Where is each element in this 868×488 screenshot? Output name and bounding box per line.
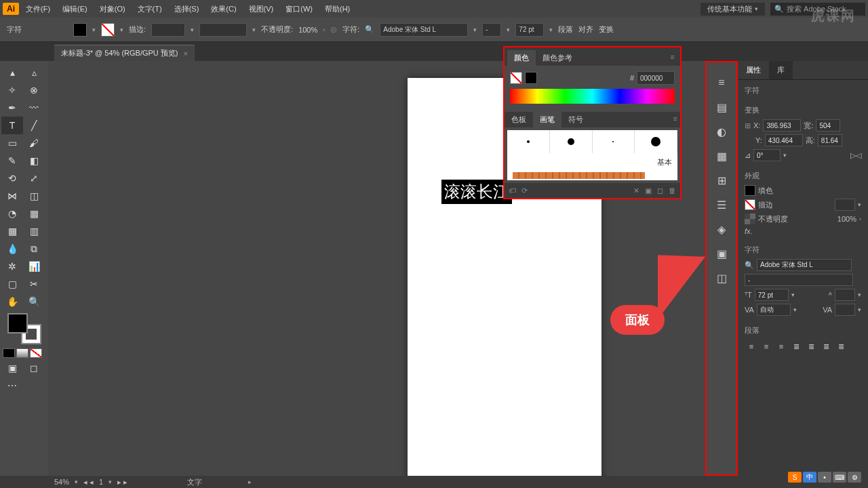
artboard-tool[interactable]: ▢ bbox=[1, 275, 23, 293]
text-object[interactable]: 滚滚长江 bbox=[441, 180, 512, 204]
brush-libraries-icon[interactable]: 🏷 bbox=[509, 186, 516, 195]
blend-tool[interactable]: ⧉ bbox=[23, 240, 45, 258]
color-spectrum[interactable] bbox=[510, 89, 675, 104]
direct-selection-tool[interactable]: ▵ bbox=[23, 64, 45, 81]
document-tab[interactable]: 未标题-3* @ 54% (RGB/GPU 预览) × bbox=[54, 45, 195, 61]
justify-left[interactable]: ≣ bbox=[789, 340, 803, 353]
menu-object[interactable]: 对象(O) bbox=[94, 3, 131, 16]
font-family-field[interactable] bbox=[757, 259, 852, 271]
menu-view[interactable]: 视图(V) bbox=[243, 3, 279, 16]
new-brush-icon[interactable]: ▣ bbox=[645, 186, 652, 195]
rectangle-tool[interactable]: ▭ bbox=[1, 134, 23, 152]
eraser-tool[interactable]: ◧ bbox=[23, 152, 45, 169]
x-field[interactable] bbox=[763, 119, 801, 131]
stroke-weight[interactable] bbox=[151, 23, 185, 37]
new-brush2-icon[interactable]: ◻ bbox=[657, 186, 663, 195]
screen-mode-normal[interactable]: ▣ bbox=[1, 359, 23, 377]
lasso-tool[interactable]: ⊗ bbox=[23, 81, 45, 99]
align-left[interactable]: ≡ bbox=[745, 340, 758, 353]
justify-right[interactable]: ≣ bbox=[819, 340, 833, 353]
curvature-tool[interactable]: 〰 bbox=[23, 99, 45, 117]
y-field[interactable] bbox=[765, 134, 803, 146]
tab-brushes[interactable]: 画笔 bbox=[533, 112, 561, 127]
dock-layers-icon[interactable]: ▤ bbox=[711, 98, 732, 117]
angle-field[interactable] bbox=[753, 149, 781, 161]
zoom-tool[interactable]: 🔍 bbox=[23, 293, 45, 310]
none-mode[interactable] bbox=[30, 348, 42, 358]
tab-swatches[interactable]: 色板 bbox=[505, 112, 533, 127]
fill-color[interactable] bbox=[745, 185, 755, 196]
fill-black[interactable] bbox=[525, 72, 537, 84]
tab-libraries[interactable]: 库 bbox=[769, 61, 793, 79]
width-tool[interactable]: ⋈ bbox=[1, 187, 23, 205]
menu-file[interactable]: 文件(F) bbox=[20, 3, 56, 16]
subpanel-menu-icon[interactable]: ≡ bbox=[671, 112, 680, 127]
justify-all[interactable]: ≣ bbox=[834, 340, 848, 353]
menu-select[interactable]: 选择(S) bbox=[169, 3, 205, 16]
dock-graphic-styles-icon[interactable]: ◫ bbox=[711, 268, 732, 287]
font-size-input[interactable] bbox=[515, 23, 544, 37]
remove-stroke-icon[interactable]: ✕ bbox=[633, 186, 639, 195]
color-mode[interactable] bbox=[3, 348, 15, 358]
menu-edit[interactable]: 编辑(E) bbox=[57, 3, 93, 16]
dock-appearance-icon[interactable]: ▣ bbox=[711, 244, 732, 263]
gradient-mode[interactable] bbox=[16, 348, 28, 358]
selection-tool[interactable]: ▴ bbox=[1, 64, 23, 81]
line-tool[interactable]: ╱ bbox=[23, 117, 45, 134]
menu-help[interactable]: 帮助(H) bbox=[319, 3, 355, 16]
tab-symbols[interactable]: 符号 bbox=[561, 112, 590, 127]
opacity-value[interactable]: 100% bbox=[298, 26, 317, 34]
w-field[interactable] bbox=[816, 119, 840, 131]
paintbrush-tool[interactable]: 🖌 bbox=[23, 134, 45, 152]
transform-link[interactable]: 变换 bbox=[599, 24, 614, 35]
delete-brush-icon[interactable]: 🗑 bbox=[669, 186, 676, 195]
align-center[interactable]: ≡ bbox=[760, 340, 773, 353]
stroke-weight-field[interactable] bbox=[835, 199, 855, 211]
font-size-field[interactable] bbox=[755, 289, 789, 301]
stroke-color[interactable] bbox=[745, 199, 755, 210]
mesh-tool[interactable]: ▩ bbox=[1, 222, 23, 240]
shape-builder-tool[interactable]: ◔ bbox=[1, 205, 23, 222]
workspace-switcher[interactable]: 传统基本功能▾ bbox=[701, 3, 765, 16]
screen-mode-full[interactable]: ◻ bbox=[23, 359, 45, 377]
shaper-tool[interactable]: ✎ bbox=[1, 152, 23, 169]
fill-swatch[interactable] bbox=[73, 23, 87, 37]
magic-wand-tool[interactable]: ✧ bbox=[1, 81, 23, 99]
zoom-level[interactable]: 54% bbox=[54, 478, 69, 486]
dock-stroke-icon[interactable]: ☰ bbox=[711, 195, 732, 214]
justify-center[interactable]: ≣ bbox=[804, 340, 818, 353]
stroke-swatch[interactable] bbox=[101, 23, 115, 37]
gradient-tool[interactable]: ▥ bbox=[23, 222, 45, 240]
font-family-input[interactable] bbox=[380, 23, 468, 37]
pen-tool[interactable]: ✒ bbox=[1, 99, 23, 117]
kerning-field[interactable] bbox=[757, 304, 791, 316]
h-field[interactable] bbox=[818, 134, 842, 146]
type-tool[interactable]: T bbox=[1, 117, 23, 134]
tab-properties[interactable]: 属性 bbox=[738, 61, 769, 79]
edit-toolbar[interactable]: ⋯ bbox=[1, 377, 23, 394]
variable-width[interactable] bbox=[199, 23, 247, 37]
slice-tool[interactable]: ✂ bbox=[23, 275, 45, 293]
paragraph-link[interactable]: 段落 bbox=[558, 24, 573, 35]
dock-color-icon[interactable]: ◐ bbox=[711, 122, 732, 141]
scale-tool[interactable]: ⤢ bbox=[23, 169, 45, 187]
artboard-nav[interactable]: 1 bbox=[99, 478, 103, 486]
eyedropper-tool[interactable]: 💧 bbox=[1, 240, 23, 258]
font-weight-input[interactable] bbox=[482, 23, 501, 37]
free-transform-tool[interactable]: ◫ bbox=[23, 187, 45, 205]
hex-input[interactable] bbox=[637, 71, 675, 85]
dock-properties-icon[interactable]: ≡ bbox=[711, 73, 732, 92]
menu-effect[interactable]: 效果(C) bbox=[205, 3, 241, 16]
close-icon[interactable]: × bbox=[184, 49, 188, 58]
brush-presets[interactable] bbox=[507, 130, 677, 153]
tracking-field[interactable] bbox=[835, 304, 855, 316]
perspective-tool[interactable]: ▦ bbox=[23, 205, 45, 222]
rotate-tool[interactable]: ⟲ bbox=[1, 169, 23, 187]
menu-type[interactable]: 文字(T) bbox=[132, 3, 167, 16]
menu-window[interactable]: 窗口(W) bbox=[280, 3, 318, 16]
hand-tool[interactable]: ✋ bbox=[1, 293, 23, 310]
brush-pattern[interactable] bbox=[507, 171, 677, 180]
dock-swatches-icon[interactable]: ▦ bbox=[711, 146, 732, 165]
tab-color[interactable]: 颜色 bbox=[507, 50, 536, 66]
brush-basic[interactable]: 基本 bbox=[507, 153, 677, 171]
